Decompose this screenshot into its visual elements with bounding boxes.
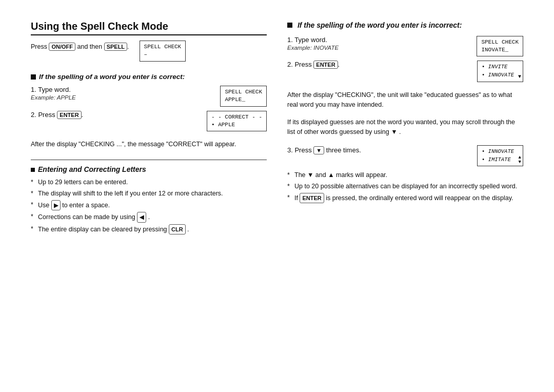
incorrect-step2-text: 2. Press ENTER. xyxy=(287,61,472,69)
block-square-icon xyxy=(287,23,292,28)
lcd-correct-apple: - - CORRECT - - • APPLE xyxy=(207,111,267,132)
entering-section-heading: Entering and Correcting Letters xyxy=(31,165,267,173)
divider xyxy=(31,160,267,160)
incorrect-step1-text: 1. Type word. Example: INOVATE xyxy=(287,36,471,51)
up-down-arrow-icon: ▲ ▼ xyxy=(519,155,521,165)
press-instruction-row: Press ON/OFF and then SPELL. SPELL CHECK… xyxy=(31,41,267,62)
spell-key: SPELL xyxy=(104,43,127,51)
incorrect-step3-text: 3. Press ▼ three times. xyxy=(287,145,472,154)
incorrect-bullets: The ▼ and ▲ marks will appear. Up to 20 … xyxy=(287,170,523,205)
clr-key: CLR xyxy=(169,224,186,235)
bullet-item: The entire display can be cleared by pre… xyxy=(31,224,267,235)
incorrect-step3: 3. Press ▼ three times. • INNOVATE • IMI… xyxy=(287,145,523,167)
page-title: Using the Spell Check Mode xyxy=(31,21,267,35)
lcd-initial: SPELL CHECK – xyxy=(140,41,186,62)
incorrect-step1-lcd: SPELL CHECK INOVATE_ xyxy=(477,36,523,57)
incorrect-step2-lcd: • INVITE • INNOVATE ▼ xyxy=(477,61,523,82)
onoff-key: ON/OFF xyxy=(49,43,75,51)
lcd-check-inovate: SPELL CHECK INOVATE_ xyxy=(477,36,523,57)
page: Using the Spell Check Mode Press ON/OFF … xyxy=(0,0,554,392)
left-arrow-key: ◀ xyxy=(137,212,146,223)
incorrect-step2: 2. Press ENTER. • INVITE • INNOVATE ▼ xyxy=(287,61,523,82)
correct-section-heading: If the spelling of a word you enter is c… xyxy=(31,73,267,81)
incorrect-section-heading: If the spelling of the word you enter is… xyxy=(287,21,523,31)
enter-key-note: ENTER xyxy=(300,193,324,204)
right-bullet-item: The ▼ and ▲ marks will appear. xyxy=(287,170,523,180)
right-bullet-item: If ENTER is pressed, the ordinally enter… xyxy=(287,193,523,204)
black-square-icon xyxy=(31,74,36,80)
entering-bullets: Up to 29 letters can be entered. The dis… xyxy=(31,178,267,236)
correct-step2-label: 2. Press ENTER. xyxy=(31,111,202,119)
correct-after-text: After the display "CHECKING ...", the me… xyxy=(31,140,267,149)
correct-step1-text: 1. Type word. Example: APPLE xyxy=(31,86,215,101)
correct-step1-lcd: SPELL CHECK APPLE_ xyxy=(220,86,267,107)
lcd-check-apple: SPELL CHECK APPLE_ xyxy=(220,86,267,107)
incorrect-after-text1: After the display "CHECKING", the unit w… xyxy=(287,90,523,110)
bullet-item: Up to 29 letters can be entered. xyxy=(31,178,267,187)
down-arrow-icon: ▼ xyxy=(518,73,521,81)
bullet-item: The display will shift to the left if yo… xyxy=(31,189,267,199)
left-column: Using the Spell Check Mode Press ON/OFF … xyxy=(31,21,267,377)
press-text: Press ON/OFF and then SPELL. xyxy=(31,41,129,51)
bullet-item: Use ▶ to enter a space. xyxy=(31,200,267,211)
right-column: If the spelling of the word you enter is… xyxy=(287,21,523,377)
bullet-item: Corrections can be made by using ◀ . xyxy=(31,212,267,223)
enter-key-incorrect: ENTER xyxy=(313,61,338,69)
correct-step2-text: 2. Press ENTER. xyxy=(31,111,202,119)
right-bullet-item: Up to 20 possible alternatives can be di… xyxy=(287,182,523,191)
down-key: ▼ xyxy=(313,146,324,154)
lcd-invite-innovate: • INVITE • INNOVATE ▼ xyxy=(477,61,523,82)
bullet-square-icon xyxy=(31,168,35,172)
incorrect-step1: 1. Type word. Example: INOVATE SPELL CHE… xyxy=(287,36,523,57)
right-arrow-key: ▶ xyxy=(51,200,61,211)
correct-step1: 1. Type word. Example: APPLE SPELL CHECK… xyxy=(31,86,267,107)
correct-step2: 2. Press ENTER. - - CORRECT - - • APPLE xyxy=(31,111,267,132)
incorrect-after-text2: If its displayed guesses are not the wor… xyxy=(287,117,523,137)
incorrect-step3-lcd: • INNOVATE • IMITATE ▲ ▼ xyxy=(477,145,523,167)
incorrect-step2-label: 2. Press ENTER. xyxy=(287,61,472,69)
correct-step2-lcd: - - CORRECT - - • APPLE xyxy=(207,111,267,132)
lcd-innovate-imitate: • INNOVATE • IMITATE ▲ ▼ xyxy=(477,145,523,167)
enter-key-correct: ENTER xyxy=(57,111,81,119)
